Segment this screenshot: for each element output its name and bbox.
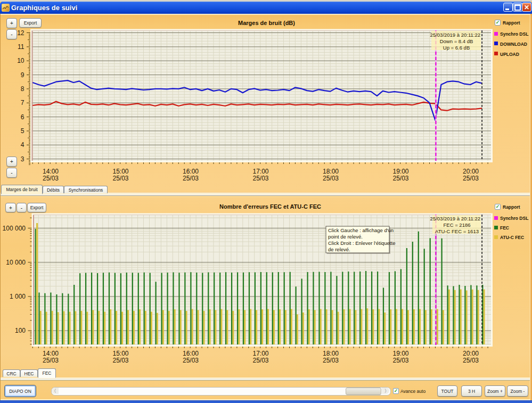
svg-text:Up = 6.6 dB: Up = 6.6 dB (443, 45, 470, 51)
svg-text:19:00: 19:00 (392, 350, 408, 357)
svg-text:18:00: 18:00 (323, 350, 339, 357)
svg-text:11: 11 (18, 43, 24, 51)
svg-text:20:00: 20:00 (463, 168, 479, 175)
svg-text:10 000: 10 000 (6, 259, 26, 266)
svg-text:18:00: 18:00 (323, 168, 339, 175)
svg-text:25/03: 25/03 (112, 175, 128, 182)
svg-text:25/03: 25/03 (392, 175, 408, 182)
svg-text:14:00: 14:00 (43, 350, 59, 357)
svg-text:17:00: 17:00 (252, 350, 268, 357)
svg-text:100 000: 100 000 (3, 225, 26, 232)
svg-text:de relevé.: de relevé. (328, 246, 350, 252)
svg-text:25/03: 25/03 (183, 357, 199, 364)
svg-text:25/03: 25/03 (323, 175, 339, 182)
svg-text:25/03: 25/03 (43, 175, 59, 182)
svg-text:25/03: 25/03 (252, 175, 268, 182)
svg-text:point de relevé.: point de relevé. (328, 234, 363, 240)
svg-text:25/03: 25/03 (392, 357, 408, 364)
svg-text:16:00: 16:00 (183, 168, 199, 175)
svg-text:8: 8 (21, 85, 24, 93)
svg-text:Click Gauche : affichage d'un: Click Gauche : affichage d'un (328, 227, 394, 233)
svg-text:25/03: 25/03 (463, 175, 479, 182)
svg-text:100: 100 (15, 327, 26, 334)
svg-text:7: 7 (21, 99, 24, 106)
svg-text:ATU-C FEC = 1613: ATU-C FEC = 1613 (435, 228, 479, 234)
svg-text:12: 12 (17, 29, 24, 37)
svg-text:25/03: 25/03 (252, 357, 268, 364)
svg-text:Down = 8.4 dB: Down = 8.4 dB (440, 38, 473, 44)
svg-text:25/03/2019 à 20:11:22: 25/03/2019 à 20:11:22 (430, 32, 480, 38)
svg-text:5: 5 (21, 127, 24, 135)
svg-text:20:00: 20:00 (463, 350, 479, 357)
svg-text:25/03: 25/03 (43, 357, 59, 364)
svg-text:10: 10 (17, 57, 24, 64)
svg-text:9: 9 (21, 71, 24, 79)
svg-text:19:00: 19:00 (392, 168, 408, 175)
svg-text:15:00: 15:00 (112, 350, 128, 357)
svg-text:17:00: 17:00 (252, 168, 268, 175)
svg-text:4: 4 (21, 141, 24, 149)
svg-text:Click Droit : Enlever l'étique: Click Droit : Enlever l'étiquette (328, 240, 395, 246)
svg-text:25/03: 25/03 (463, 357, 479, 364)
svg-text:25/03: 25/03 (323, 357, 339, 364)
svg-text:25/03: 25/03 (183, 175, 199, 182)
svg-text:FEC = 2186: FEC = 2186 (444, 222, 471, 228)
svg-text:25/03/2019 à 20:11:22: 25/03/2019 à 20:11:22 (430, 216, 480, 221)
svg-text:1 000: 1 000 (10, 293, 26, 300)
svg-text:25/03: 25/03 (112, 357, 128, 364)
svg-text:14:00: 14:00 (43, 168, 59, 175)
svg-text:15:00: 15:00 (112, 168, 128, 175)
svg-text:16:00: 16:00 (183, 350, 199, 357)
svg-text:6: 6 (21, 113, 24, 121)
svg-text:3: 3 (21, 155, 24, 163)
